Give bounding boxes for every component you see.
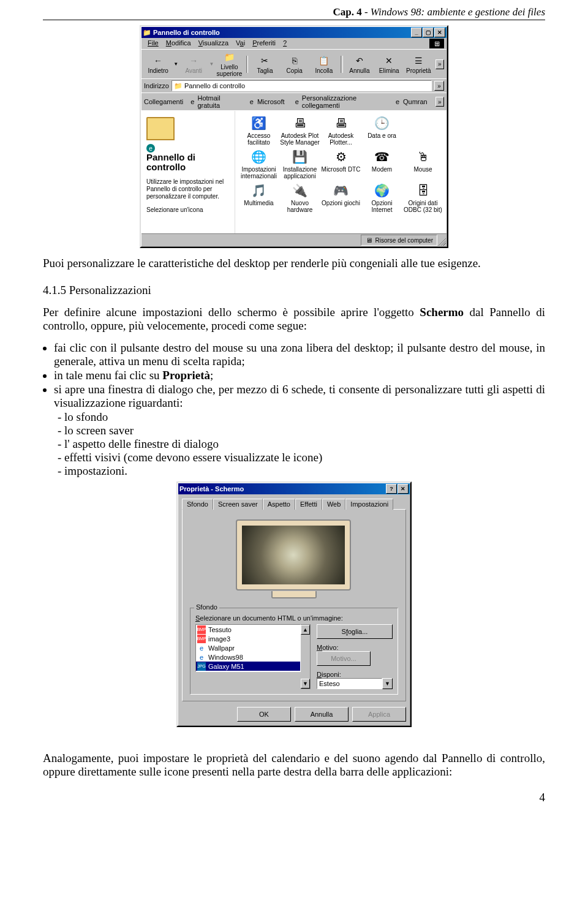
menu-visualizza[interactable]: Visualizza [195,39,232,48]
ico-dtc[interactable]: ⚙Microsoft DTC [321,148,361,179]
links-overflow[interactable]: » [435,97,444,107]
disponi-label: Disponi: [317,671,393,678]
link-hotmail[interactable]: eHotmail gratuita [186,94,242,109]
control-panel-icon: 📁 [143,28,151,37]
pane-text1: Utilizzare le impostazioni nel Pannello … [146,178,230,200]
tab-panel: Sfondo Selezionare un documento HTML o u… [182,509,406,701]
bullet-2: in tale menu fai clic su Proprietà; [54,369,545,382]
tab-aspetto[interactable]: Aspetto [263,499,295,510]
ico-mouse[interactable]: 🖱Mouse [403,148,443,179]
link-qumran[interactable]: eQumran [390,97,431,106]
ok-button[interactable]: OK [237,707,291,722]
sfondo-group: Sfondo Selezionare un documento HTML o u… [190,608,398,695]
ico-data-ora[interactable]: 🕒Data e ora [362,115,402,146]
ie-icon: e [189,97,196,106]
ico-plot-style[interactable]: 🖶Autodesk Plot Style Manager [280,115,320,146]
disponi-dropdown[interactable]: ▼ [382,678,393,689]
folder-icon: 📁 [174,81,183,90]
pane-text2: Selezionare un'icona [146,206,230,214]
bullet-3: si apre una finestra di dialogo che, per… [54,383,545,410]
ie-icon: e [393,97,402,106]
p1: Per definire alcune impostazioni dello s… [43,306,545,333]
page-header: Cap. 4 - Windows 98: ambiente e gestione… [43,6,545,20]
ico-giochi[interactable]: 🎮Opzioni giochi [321,182,361,213]
links-label: Collegamenti [144,98,183,105]
ico-install-app[interactable]: 💾Installazione applicazioni [280,148,320,179]
tb-indietro[interactable]: ←Indietro [144,55,172,74]
disponi-select[interactable]: Esteso [317,678,382,689]
link-microsoft[interactable]: eMicrosoft [244,97,288,106]
ico-modem[interactable]: ☎Modem [362,148,402,179]
applica-button[interactable]: Applica [352,707,406,722]
tabstrip: Sfondo Screen saver Aspetto Effetti Web … [178,494,410,509]
tb-incolla[interactable]: 📋Incolla [310,55,338,74]
tb-annulla[interactable]: ↶Annulla [345,55,374,74]
close-button[interactable]: ✕ [398,484,409,494]
tb-proprieta[interactable]: ☰Proprietà [404,55,432,74]
scroll-down[interactable]: ▼ [301,679,310,689]
li-galaxy: JPGGalaxy M51 [196,662,300,671]
jpg-icon: JPG [197,662,206,671]
menu-help[interactable]: ? [279,39,290,48]
help-button[interactable]: ? [386,484,397,494]
minimize-button[interactable]: _ [411,28,422,37]
close-button[interactable]: ✕ [434,28,445,37]
bullet-1: fai clic con il pulsante destro del mous… [54,341,545,368]
tab-web[interactable]: Web [322,499,345,510]
ico-plotter[interactable]: 🖶Autodesk Plotter... [321,115,361,146]
tb-elimina[interactable]: ✕Elimina [375,55,403,74]
dash-2: lo screen saver [58,424,545,437]
menu-file[interactable]: File [144,39,162,48]
ico-odbc[interactable]: 🗄Origini dati ODBC (32 bit) [403,182,443,213]
toolbar: ←Indietro▼ →Avanti▼ 📁Livello superiore ✂… [141,49,447,78]
dash-4: effetti visivi (come devono essere visua… [58,451,545,464]
ico-internazionali[interactable]: 🌐Impostazioni internazionali [239,148,279,179]
scroll-up[interactable]: ▲ [301,625,310,635]
computer-icon: 🖥 [365,236,374,244]
ico-accesso[interactable]: ♿Accesso facilitato [239,115,279,146]
motivo-label: Motivo: [317,644,393,651]
tb-copia[interactable]: ⎘Copia [281,55,309,74]
page-number: 4 [43,791,545,804]
tab-impostazioni[interactable]: Impostazioni [345,499,393,510]
folder-large-icon [146,117,175,140]
control-panel-window: 📁 Pannello di controllo _ ▢ ✕ File Modif… [140,25,448,248]
dialog-titlebar[interactable]: Proprietà - Schermo ? ✕ [178,483,410,494]
menu-preferiti[interactable]: Preferiti [249,39,279,48]
li-wallpapr: eWallpapr [196,643,300,652]
menubar: File Modifica Visualizza Vai Preferiti ?… [141,38,447,49]
menu-modifica[interactable]: Modifica [162,39,195,48]
tab-effetti[interactable]: Effetti [295,499,322,510]
addr-overflow[interactable]: » [434,81,444,91]
menu-vai[interactable]: Vai [232,39,249,48]
sfoglia-button[interactable]: Sfoglia... [317,624,393,639]
dash-3: l' aspetto delle finestre di dialogo [58,437,545,451]
address-field[interactable]: 📁 Pannello di controllo [172,80,432,91]
annulla-button[interactable]: Annulla [295,707,349,722]
tab-sfondo[interactable]: Sfondo [182,499,213,510]
ico-multimedia[interactable]: 🎵Multimedia [239,182,279,213]
bmp-icon: BMP [197,635,206,643]
link-personalizzazione[interactable]: ePersonalizzazione collegamenti [290,94,388,109]
icon-grid: ♿Accesso facilitato 🖶Autodesk Plot Style… [235,111,447,233]
titlebar[interactable]: 📁 Pannello di controllo _ ▢ ✕ [141,27,447,38]
left-info-pane: e Pannello di controllo Utilizzare le im… [141,111,235,233]
tb-avanti[interactable]: →Avanti [179,55,208,74]
monitor-preview [236,519,352,599]
pane-title: Pannello di controllo [146,153,230,172]
tab-screensaver[interactable]: Screen saver [213,499,263,510]
ico-hardware[interactable]: 🔌Nuovo hardware [280,182,320,213]
tb-livello[interactable]: 📁Livello superiore [215,51,243,77]
motivo-button[interactable]: Motivo... [317,651,371,666]
closing-para: Analogamente, puoi impostare le propriet… [43,752,545,779]
window-title: Pannello di controllo [153,29,220,36]
list-scrollbar[interactable]: ▲ ▼ [301,624,311,689]
dash-5: impostazioni. [58,464,545,478]
tb-taglia[interactable]: ✂Taglia [251,55,279,74]
toolbar-overflow[interactable]: » [435,59,444,69]
ico-internet[interactable]: 🌍Opzioni Internet [362,182,402,213]
wallpaper-list[interactable]: BMPTessuto BMPimage3 eWallpapr eWindows9… [195,624,301,672]
intro-para: Puoi personalizzare le caratteristiche d… [43,257,545,270]
maximize-button[interactable]: ▢ [423,28,434,37]
section-heading: 4.1.5 Personalizzazioni [43,284,545,297]
